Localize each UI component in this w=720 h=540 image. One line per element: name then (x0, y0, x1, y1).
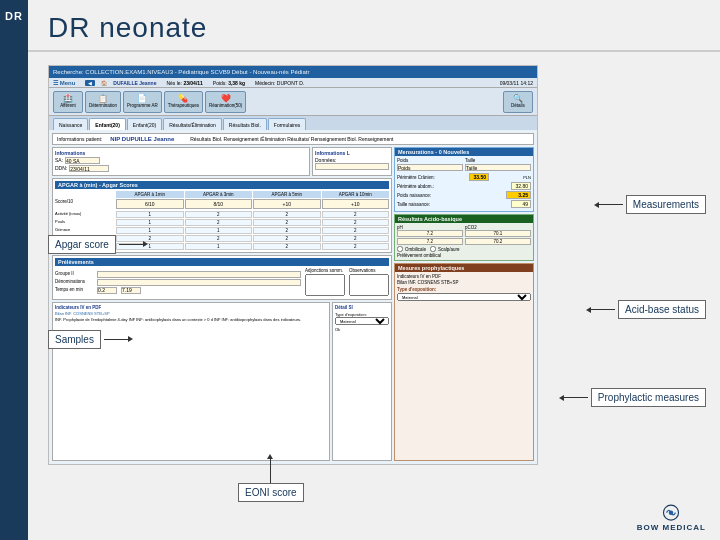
ab-val2-1: 7.2 (397, 238, 463, 245)
measurements-header: Mensurations - 0 Nouvelles (395, 148, 533, 156)
prophylactic-box: Mesures prophylactiques Indicateurs IV e… (394, 263, 534, 461)
tab-resultats-biol[interactable]: Résultats Biol. (223, 118, 267, 130)
apgar-r3c4: 2 (322, 227, 390, 234)
meas-poids-input[interactable] (397, 164, 463, 171)
meas-poids-label: Poids (397, 158, 463, 163)
toolbar-determination[interactable]: 📋 Détermination (85, 91, 121, 113)
back-btn[interactable]: ◀ (85, 80, 95, 86)
tab-resultats-elim[interactable]: Résultats/Élimination (163, 118, 222, 130)
annotation-prophylactic: Prophylactic measures (563, 388, 706, 407)
bottom-logo-area: BOW MEDICAL (637, 503, 706, 532)
apgar-r5c2: 1 (185, 243, 253, 250)
apgar-score-10: +10 (322, 199, 390, 209)
info-label2: Informations L (315, 150, 389, 156)
logo-text: BOW MEDICAL (637, 523, 706, 532)
samples-section: Prélèvements Groupe II Dénominatio (52, 255, 392, 300)
prophylactic-annotation-box: Prophylactic measures (591, 388, 706, 407)
apgar-r1c2: 2 (185, 211, 253, 218)
samples-header: Prélèvements (55, 258, 389, 266)
apgar-r4c4: 2 (322, 235, 390, 242)
acid-base-arrow-head (586, 307, 591, 313)
acid-base-header: Résultats Acido-basique (395, 215, 533, 223)
samples-row2: Dénominations (55, 279, 301, 286)
meas-pc-unit: PLN (523, 175, 531, 180)
acid-base-annotation-box: Acid-base status (618, 300, 706, 319)
tab-enfant1[interactable]: Enfant(20) (89, 118, 125, 130)
samples-value-input[interactable] (121, 287, 141, 294)
tab-naissance[interactable]: Naissance (53, 118, 88, 130)
prophylactic-type-select[interactable]: Maternal (397, 293, 531, 301)
tab-formulaires[interactable]: Formulaires (268, 118, 306, 130)
tab-enfant2[interactable]: Enfant(20) (127, 118, 162, 130)
meas-pa-label: Périmètre abdom.: (397, 184, 434, 189)
ddn-input[interactable] (69, 165, 109, 172)
acid-base-box: Résultats Acido-basique pH 7.2 pCO2 70.1 (394, 214, 534, 261)
measurements-arrow-head (594, 202, 599, 208)
nav-icon: 🏠 (101, 80, 107, 86)
apgar-annotation-box: Apgar score (48, 235, 116, 254)
samples-groupe-input[interactable] (97, 271, 301, 278)
apgar-r3c2: 1 (185, 227, 253, 234)
indicators-label: Indicateurs IV en PDF (55, 305, 327, 310)
app-toolbar: 🏥 Afférent 📋 Détermination 📄 Programme A… (49, 88, 537, 116)
meas-pa-value: 32.80 (511, 182, 531, 190)
apgar-r2c1: 1 (116, 219, 184, 226)
apgar-col-5min: APGAR à 5min (253, 191, 321, 198)
detail-label: Détail SI (335, 305, 389, 310)
meas-taille-label: Taille (465, 158, 531, 163)
prophylactic-indicator1: Indicateurs IV en PDF (397, 274, 531, 279)
info-label1: Informations (55, 150, 307, 156)
sa-input[interactable] (65, 157, 100, 164)
patient-info-extra: Résultats Biol. Renseignement /Éliminati… (190, 136, 393, 142)
eoni-arrow-line (270, 458, 271, 483)
measurements-annotation-box: Measurements (626, 195, 706, 214)
info-input2[interactable] (315, 163, 389, 170)
measurements-box: Mensurations - 0 Nouvelles Poids Taille (394, 147, 534, 212)
info-row1: SA: (55, 157, 307, 164)
meas-poids-val-label: Poids naissance: (397, 193, 431, 198)
samples-type-label: Adjonctions somm. (305, 268, 345, 273)
ab-checkbox1[interactable] (397, 246, 403, 252)
samples-notes-input[interactable] (305, 274, 345, 296)
prophylactic-header: Mesures prophylactiques (395, 264, 533, 272)
samples-obs-input[interactable] (349, 274, 389, 296)
toolbar-programme[interactable]: 📄 Programme AR (123, 91, 162, 113)
toolbar-therapeutique[interactable]: 💊 Thérapeutiques (164, 91, 203, 113)
patient-info-label: Informations patient: (57, 136, 102, 142)
toolbar-reanimation[interactable]: ❤️ Réanimation(50) (205, 91, 246, 113)
app-window: Recherche: COLLECTION.EXAM1.NIVEAU3 - Pé… (49, 66, 537, 464)
app-content-area: Informations patient: NIP DUPUILLE Jeann… (49, 130, 537, 464)
apgar-row2-label: Pouls (55, 219, 115, 226)
ab-prelevement-label: Prélèvement ombilical (397, 253, 531, 258)
meas-pc-value: 33.50 (469, 173, 489, 181)
indicators-detail: Bilan INF. COSNENS STB+SP (55, 311, 327, 316)
meas-taille-val-label: Taille naissance: (397, 202, 430, 207)
measurements-arrow-line (598, 204, 623, 205)
page-title: DR neonate (48, 12, 207, 43)
apgar-r1c1: 1 (116, 211, 184, 218)
apgar-r4c2: 2 (185, 235, 253, 242)
annotation-apgar: Apgar score (48, 235, 144, 254)
patient-doc: Médecin: DUPONT D. (255, 80, 304, 86)
menu-icon[interactable]: ☰ Menu (53, 79, 75, 86)
eoni-arrow-head (267, 454, 273, 459)
app-titlebar: Recherche: COLLECTION.EXAM1.NIVEAU3 - Pé… (49, 66, 537, 78)
app-menubar: ☰ Menu ◀ 🏠 DUFAILLE Jeanne Nés le: 23/04… (49, 78, 537, 88)
apgar-col-1min: APGAR à 1min (116, 191, 184, 198)
exposition-select[interactable]: Maternal (335, 317, 389, 325)
apgar-total-label: Score/10 (55, 199, 115, 209)
toolbar-details[interactable]: 🔍 Détails (503, 91, 533, 113)
meas-pc-row: Périmètre Crânien: 33.50 PLN (397, 173, 531, 181)
apgar-score-1: 6/10 (116, 199, 184, 209)
toolbar-afferent[interactable]: 🏥 Afférent (53, 91, 83, 113)
meas-taille-input[interactable] (465, 164, 531, 171)
patient-name: DUFAILLE Jeanne (113, 80, 156, 86)
prophylactic-arrow-head (559, 395, 564, 401)
ab-checkbox2[interactable] (430, 246, 436, 252)
prophylactic-content: Indicateurs IV en PDF Bilan INF. COSNENS… (397, 274, 531, 285)
samples-time-input[interactable] (97, 287, 117, 294)
samples-denom-input[interactable] (97, 279, 301, 286)
ab-label-scalp: Scalp/aure (438, 247, 460, 252)
app-screenshot: Recherche: COLLECTION.EXAM1.NIVEAU3 - Pé… (48, 65, 538, 465)
patient-dob: Nés le: 23/04/11 (166, 80, 202, 86)
